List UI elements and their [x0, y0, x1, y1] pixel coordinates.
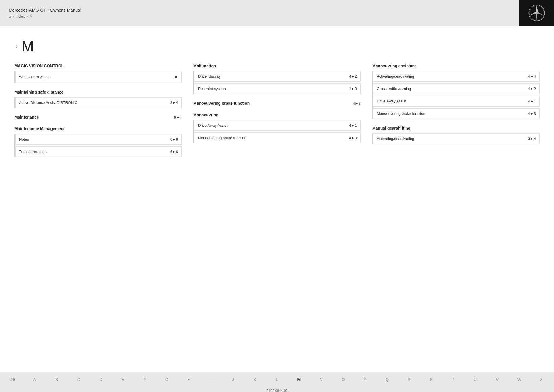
section-title-maintenance: Maintenance: [14, 115, 39, 120]
footer-code: F192 0044 02: [0, 387, 554, 392]
entry-drive-away-assist-col2[interactable]: Drive Away Assist 4►1: [194, 120, 361, 131]
alpha-S[interactable]: S: [427, 376, 435, 383]
breadcrumb: ⌂ › Index › M: [9, 14, 81, 18]
alpha-E[interactable]: E: [119, 376, 127, 383]
section-manoeuvering-brake-col2: Manoeuvering brake function 4►3: [193, 101, 361, 106]
section-title-maintenance-mgmt: Maintenance Management: [14, 126, 65, 131]
entry-active-distance-assist[interactable]: Active Distance Assist DISTRONIC 3►4: [15, 97, 182, 108]
alpha-nav-inner: 09 A B C D E F G H I J K L M N O P Q R S…: [9, 376, 545, 383]
section-title-magic-vision: MAGIC VISION CONTROL: [14, 64, 64, 68]
alpha-L[interactable]: L: [273, 376, 281, 383]
alpha-C[interactable]: C: [75, 376, 83, 383]
alpha-M[interactable]: M: [295, 376, 303, 383]
alpha-I[interactable]: I: [207, 376, 215, 383]
entry-page-activating-manual: 3►4: [528, 137, 536, 141]
alpha-W[interactable]: W: [515, 376, 523, 383]
section-title-malfunction: Malfunction: [193, 64, 216, 68]
entry-drive-away-assist-col3[interactable]: Drive Away Assist 4►1: [373, 96, 540, 107]
section-maintenance-management: Maintenance Management Notes 6►6 Transfe…: [14, 126, 182, 157]
home-icon[interactable]: ⌂: [9, 14, 11, 18]
entries-magic-vision: Windscreen wipers ➤: [14, 71, 182, 83]
alpha-P[interactable]: P: [361, 376, 369, 383]
section-header-manual-gearshifting: Manual gearshifting: [372, 126, 540, 130]
alpha-F[interactable]: F: [141, 376, 149, 383]
entry-label-transferred-data: Transferred data: [19, 150, 47, 154]
column-2: Malfunction Driver display 4►2 Restraint…: [193, 64, 361, 164]
alpha-V[interactable]: V: [493, 376, 501, 383]
section-header-maintaining: Maintaining safe distance: [14, 90, 182, 94]
section-title-manoeuvring-col2: Manoeuvring: [193, 113, 218, 117]
entry-label-active-distance: Active Distance Assist DISTRONIC: [19, 100, 77, 105]
entry-driver-display[interactable]: Driver display 4►2: [194, 71, 361, 82]
alpha-D[interactable]: D: [97, 376, 105, 383]
alpha-A[interactable]: A: [31, 376, 39, 383]
mercedes-logo: [528, 4, 545, 22]
section-title-manual-gearshifting: Manual gearshifting: [372, 126, 410, 130]
entry-activating-manual[interactable]: Activating/deactivating 3►4: [373, 133, 540, 144]
alpha-T[interactable]: T: [449, 376, 457, 383]
alpha-K[interactable]: K: [251, 376, 259, 383]
section-page-manoeuvering-brake-col2: 4►3: [353, 101, 361, 106]
entry-label-windscreen-wipers: Windscreen wipers: [19, 75, 51, 79]
header-left: Mercedes-AMG GT - Owner's Manual ⌂ › Ind…: [9, 8, 81, 18]
alpha-09[interactable]: 09: [9, 376, 17, 383]
section-header-maintenance-mgmt: Maintenance Management: [14, 126, 182, 131]
main-content: ‹ M MAGIC VISION CONTROL Windscreen wipe…: [0, 26, 554, 372]
entry-windscreen-wipers[interactable]: Windscreen wipers ➤: [15, 71, 182, 83]
section-header-maintenance: Maintenance 6►4: [14, 115, 182, 120]
entry-transferred-data[interactable]: Transferred data 6►6: [15, 146, 182, 157]
entries-manual-gearshifting: Activating/deactivating 3►4: [372, 133, 540, 144]
section-manual-gearshifting: Manual gearshifting Activating/deactivat…: [372, 126, 540, 144]
alpha-B[interactable]: B: [53, 376, 61, 383]
entry-activating-deactivating-col3[interactable]: Activating/deactivating 4►4: [373, 71, 540, 82]
entry-page-drive-away-col3: 4►1: [528, 99, 536, 103]
column-1: MAGIC VISION CONTROL Windscreen wipers ➤…: [14, 64, 182, 164]
alpha-Q[interactable]: Q: [383, 376, 391, 383]
entry-arrow-windscreen: ➤: [174, 74, 178, 80]
current-letter: M: [21, 38, 34, 55]
entry-label-manoeuvering-brake-col3: Manoeuvering brake function: [377, 111, 425, 116]
entry-label-notes: Notes: [19, 137, 29, 141]
entry-label-drive-away-col3: Drive Away Assist: [377, 99, 406, 103]
alpha-G[interactable]: G: [163, 376, 171, 383]
entry-manoeuvering-brake-col2[interactable]: Manoeuvering brake function 4►3: [194, 132, 361, 143]
entry-manoeuvering-brake-col3[interactable]: Manoeuvering brake function 4►3: [373, 108, 540, 119]
alpha-U[interactable]: U: [471, 376, 479, 383]
entry-page-transferred-data: 6►6: [170, 150, 178, 154]
entry-label-drive-away-col2: Drive Away Assist: [198, 123, 227, 128]
section-header-manoeuvring-assistant: Manoeuvring assistant: [372, 64, 540, 68]
section-header-manoeuvering-brake-col2: Manoeuvering brake function 4►3: [193, 101, 361, 106]
entry-page-manoeuvering-brake-col3: 4►3: [528, 111, 536, 116]
entry-cross-traffic-warning[interactable]: Cross traffic warning 4►2: [373, 83, 540, 94]
section-page-maintenance: 6►4: [174, 115, 182, 120]
entries-manoeuvring-col2: Drive Away Assist 4►1 Manoeuvering brake…: [193, 120, 361, 143]
entry-page-active-distance: 3►4: [170, 100, 178, 105]
entry-page-manoeuvering-brake-e-col2: 4►3: [349, 136, 357, 140]
entry-page-restraint-system: 1►0: [349, 87, 357, 91]
section-title-manoeuvring-assistant: Manoeuvring assistant: [372, 64, 416, 68]
section-title-maintaining: Maintaining safe distance: [14, 90, 63, 94]
entry-label-restraint-system: Restraint system: [198, 87, 226, 91]
alpha-Z[interactable]: Z: [537, 376, 545, 383]
entry-restraint-system[interactable]: Restraint system 1►0: [194, 83, 361, 94]
breadcrumb-m[interactable]: M: [29, 14, 33, 18]
alpha-O[interactable]: O: [339, 376, 347, 383]
logo-area: [519, 0, 554, 26]
breadcrumb-index[interactable]: Index: [16, 14, 25, 18]
section-maintenance: Maintenance 6►4: [14, 115, 182, 120]
section-magic-vision-control: MAGIC VISION CONTROL Windscreen wipers ➤: [14, 64, 182, 83]
entries-manoeuvring-assistant: Activating/deactivating 4►4 Cross traffi…: [372, 71, 540, 119]
entry-notes[interactable]: Notes 6►6: [15, 134, 182, 145]
entry-page-driver-display: 4►2: [349, 74, 357, 79]
letter-heading: ‹ M: [14, 38, 540, 55]
alpha-N[interactable]: N: [317, 376, 325, 383]
alpha-H[interactable]: H: [185, 376, 193, 383]
breadcrumb-sep-2: ›: [27, 14, 28, 18]
entry-page-cross-traffic: 4►2: [528, 87, 536, 91]
entry-label-driver-display: Driver display: [198, 74, 221, 79]
prev-letter-button[interactable]: ‹: [14, 43, 18, 49]
document-title: Mercedes-AMG GT - Owner's Manual: [9, 8, 81, 12]
section-manoeuvring-col2: Manoeuvring Drive Away Assist 4►1 Manoeu…: [193, 113, 361, 143]
alpha-J[interactable]: J: [229, 376, 237, 383]
alpha-R[interactable]: R: [405, 376, 413, 383]
